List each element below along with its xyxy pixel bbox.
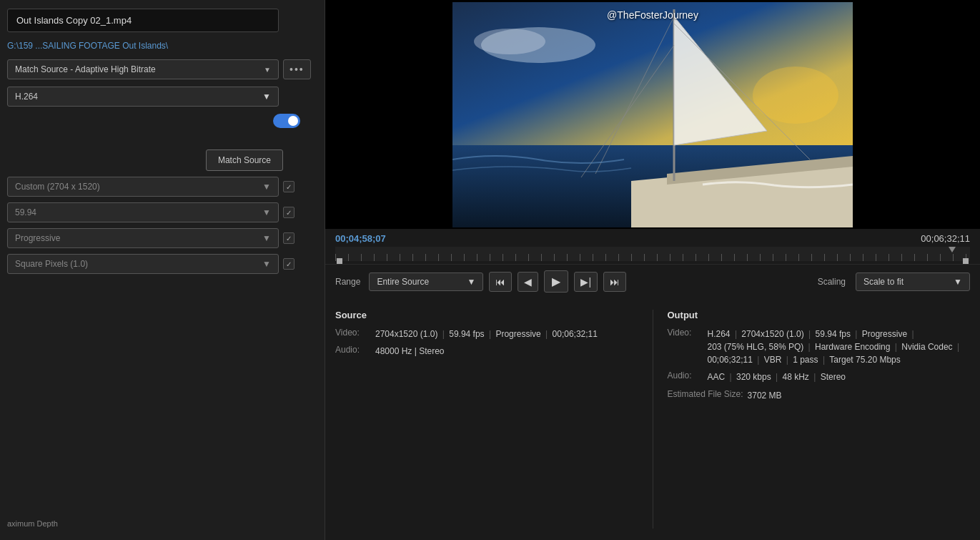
- toggle-switch[interactable]: [273, 114, 300, 128]
- source-col: Source Video: 2704x1520 (1.0) | 59.94 fp…: [335, 310, 638, 529]
- video-overlay-text: @TheFosterJourney: [607, 9, 698, 21]
- output-audio-val: AAC | 320 kbps | 48 kHz | Stereo: [708, 370, 971, 383]
- output-video-val: H.264 | 2704x1520 (1.0) | 59.94 fps | Pr…: [708, 328, 971, 366]
- framerate-arrow: ▼: [262, 207, 271, 217]
- transport-row: Range Entire Source ▼ ⏮ ◀ ▶ ▶| ⏭ Scaling…: [325, 264, 980, 298]
- right-panel: @TheFosterJourney 00;04;58;07 00;06;32;1…: [325, 0, 980, 540]
- play-btn[interactable]: ▶: [544, 270, 568, 293]
- file-path[interactable]: G:\159 ...SAILING FOOTAGE Out Islands\: [7, 39, 317, 52]
- scan-label: Progressive: [15, 233, 60, 243]
- left-panel: Out Islands Copy 02_1.mp4 G:\159 ...SAIL…: [0, 0, 325, 540]
- output-heading: Output: [668, 310, 971, 320]
- time-start: 00;04;58;07: [335, 233, 386, 244]
- info-divider: [653, 310, 653, 529]
- resolution-dropdown[interactable]: Custom (2704 x 1520) ▼: [7, 177, 279, 197]
- output-audio-row: Audio: AAC | 320 kbps | 48 kHz | Stereo: [668, 370, 971, 383]
- toggle-row: [7, 114, 317, 128]
- pixel-dropdown[interactable]: Square Pixels (1.0) ▼: [7, 254, 279, 274]
- step-forward-btn[interactable]: ▶|: [574, 272, 598, 292]
- resolution-arrow: ▼: [262, 182, 271, 192]
- output-filesize-val: 3702 MB: [748, 389, 970, 402]
- preset-row: Match Source - Adaptive High Bitrate ▼ •…: [7, 59, 317, 79]
- filename-box: Out Islands Copy 02_1.mp4: [7, 9, 279, 32]
- output-audio-label: Audio:: [668, 370, 703, 381]
- scaling-label: Scaling: [818, 277, 846, 287]
- format-arrow: ▼: [262, 92, 271, 102]
- match-source-button[interactable]: Match Source: [206, 149, 283, 171]
- output-video-row: Video: H.264 | 2704x1520 (1.0) | 59.94 f…: [668, 328, 971, 366]
- timeline-marker: [949, 247, 956, 252]
- scan-checkbox[interactable]: [283, 232, 295, 244]
- timeline-start-dot: [337, 258, 342, 264]
- output-video-label: Video:: [668, 328, 703, 338]
- go-to-start-btn[interactable]: ⏮: [489, 272, 512, 292]
- source-audio-row: Audio: 48000 Hz | Stereo: [335, 345, 638, 358]
- pixel-checkbox[interactable]: [283, 258, 295, 270]
- time-end: 00;06;32;11: [921, 233, 970, 244]
- resolution-label: Custom (2704 x 1520): [15, 182, 100, 192]
- pixel-label: Square Pixels (1.0): [15, 259, 88, 269]
- range-label: Range: [335, 277, 360, 287]
- scaling-arrow: ▼: [954, 277, 962, 287]
- pixel-arrow: ▼: [262, 259, 271, 269]
- match-source-section: Match Source Custom (2704 x 1520) ▼ 59.9…: [7, 135, 317, 274]
- step-back-btn[interactable]: ◀: [518, 272, 538, 292]
- format-label: H.264: [15, 92, 38, 102]
- time-row: 00;04;58;07 00;06;32;11: [335, 233, 970, 244]
- range-value: Entire Source: [377, 277, 429, 287]
- timeline-ruler[interactable]: [335, 247, 970, 261]
- timeline-end-dot: [963, 258, 969, 264]
- video-frame: @TheFosterJourney: [452, 2, 853, 227]
- source-video-row: Video: 2704x1520 (1.0) | 59.94 fps | Pro…: [335, 328, 638, 340]
- source-audio-label: Audio:: [335, 345, 371, 355]
- source-heading: Source: [335, 310, 638, 320]
- pixel-row: Square Pixels (1.0) ▼: [7, 254, 317, 274]
- output-filesize-row: Estimated File Size: 3702 MB: [668, 389, 971, 402]
- framerate-dropdown[interactable]: 59.94 ▼: [7, 202, 279, 222]
- bottom-label: aximum Depth: [7, 519, 317, 531]
- scaling-dropdown[interactable]: Scale to fit ▼: [856, 273, 970, 291]
- framerate-checkbox[interactable]: [283, 207, 295, 218]
- output-col: Output Video: H.264 | 2704x1520 (1.0) | …: [668, 310, 971, 529]
- framerate-row: 59.94 ▼: [7, 202, 317, 222]
- source-video-label: Video:: [335, 328, 371, 338]
- source-video-val: 2704x1520 (1.0) | 59.94 fps | Progressiv…: [375, 328, 638, 340]
- resolution-checkbox[interactable]: [283, 181, 295, 192]
- framerate-label: 59.94: [15, 207, 36, 217]
- svg-point-3: [474, 29, 545, 54]
- range-dropdown[interactable]: Entire Source ▼: [369, 273, 483, 291]
- scaling-value: Scale to fit: [863, 277, 904, 287]
- video-preview: @TheFosterJourney: [325, 0, 980, 229]
- timeline-area: 00;04;58;07 00;06;32;11: [325, 229, 980, 264]
- scan-dropdown[interactable]: Progressive ▼: [7, 228, 279, 248]
- range-arrow: ▼: [467, 277, 475, 287]
- preset-dropdown[interactable]: Match Source - Adaptive High Bitrate ▼: [7, 59, 279, 79]
- info-section: Source Video: 2704x1520 (1.0) | 59.94 fp…: [325, 298, 980, 540]
- scan-row: Progressive ▼: [7, 228, 317, 248]
- preset-more-btn[interactable]: •••: [283, 59, 311, 79]
- output-filesize-label: Estimated File Size:: [668, 389, 743, 399]
- go-to-end-btn[interactable]: ⏭: [603, 272, 626, 292]
- preset-arrow: ▼: [264, 66, 271, 74]
- timeline-ticks: [335, 254, 970, 261]
- preset-label: Match Source - Adaptive High Bitrate: [15, 64, 156, 74]
- resolution-row: Custom (2704 x 1520) ▼: [7, 177, 317, 197]
- scan-arrow: ▼: [262, 233, 271, 243]
- format-dropdown[interactable]: H.264 ▼: [7, 87, 279, 107]
- video-scene-svg: [452, 2, 853, 227]
- format-row: H.264 ▼: [7, 87, 317, 107]
- source-audio-val: 48000 Hz | Stereo: [375, 345, 638, 358]
